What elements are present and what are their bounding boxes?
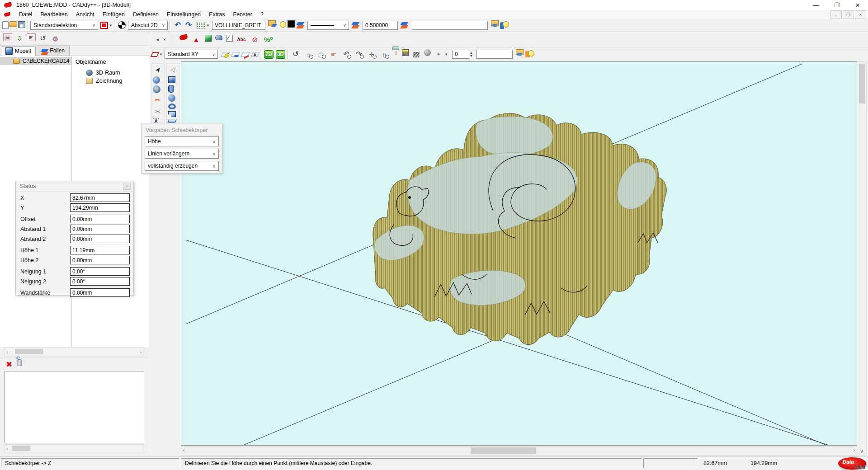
linetype-input[interactable] bbox=[212, 21, 265, 30]
layer-spinner-input[interactable] bbox=[452, 50, 469, 59]
zoom-window-icon[interactable]: ▢ bbox=[316, 49, 326, 59]
undo-icon[interactable]: ↶ bbox=[173, 20, 183, 30]
plane-e-icon[interactable]: E bbox=[250, 52, 259, 57]
view-3d-button[interactable]: 3D bbox=[276, 50, 285, 59]
minimize-button[interactable]: — bbox=[806, 0, 826, 10]
menu-ansicht[interactable]: Ansicht bbox=[72, 10, 99, 19]
scrollbar-thumb[interactable] bbox=[471, 447, 536, 454]
scroll-right-arrow[interactable]: › bbox=[140, 350, 142, 355]
scroll-right-arrow[interactable]: › bbox=[853, 447, 855, 453]
status-field-höhe-1[interactable] bbox=[70, 246, 130, 254]
drag-icon[interactable]: ☛ bbox=[27, 33, 36, 41]
tab-folien[interactable]: Folien bbox=[37, 46, 70, 56]
tree-node-root[interactable]: C:\BECKERCAD14 bbox=[0, 57, 71, 65]
star-icon[interactable]: ✶ bbox=[434, 49, 443, 59]
status-field-x[interactable] bbox=[70, 193, 130, 202]
output-horizontal-scrollbar[interactable]: ‹ bbox=[5, 444, 144, 453]
rotate-view-icon[interactable]: ↺ bbox=[291, 49, 301, 59]
tab-modell[interactable]: Modell bbox=[2, 46, 36, 56]
dropdown-arrow-icon[interactable]: ▾ bbox=[108, 23, 113, 28]
workplane-dropdown-arrow-icon[interactable]: ▾ bbox=[159, 52, 163, 56]
zoom-page-icon[interactable]: ▯ bbox=[379, 49, 389, 59]
zoom-solid-icon[interactable]: ⌂ bbox=[303, 49, 313, 59]
menu-einstellungen[interactable]: Einstellungen bbox=[163, 10, 205, 19]
mdi-close-button[interactable]: × bbox=[855, 10, 866, 19]
hide-text-icon[interactable]: Abc bbox=[236, 35, 246, 45]
hide-dimension-icon[interactable]: ⊘ bbox=[250, 35, 260, 45]
extra-input[interactable] bbox=[412, 21, 488, 30]
selection-dropdown[interactable]: Standardselektion∨ bbox=[30, 21, 98, 30]
extrude-swoosh-icon[interactable] bbox=[179, 33, 188, 40]
hatch-display-icon[interactable]: ▨ bbox=[411, 49, 421, 59]
status-field-y[interactable] bbox=[70, 203, 130, 212]
menu-definieren[interactable]: Definieren bbox=[129, 10, 163, 19]
coordinate-mode-dropdown[interactable]: Absolut 2D∨ bbox=[128, 21, 168, 30]
status-field-abstand-2[interactable] bbox=[70, 235, 130, 243]
layer-assign-icon[interactable] bbox=[351, 20, 361, 30]
render-roller-icon[interactable] bbox=[392, 47, 399, 50]
import-icon[interactable]: ⇩ bbox=[14, 33, 24, 43]
sphere-tool-icon[interactable] bbox=[153, 76, 160, 84]
status-panel-titlebar[interactable]: Status × bbox=[16, 181, 133, 192]
message-output-area[interactable] bbox=[5, 371, 144, 443]
rocket-icon[interactable]: ▲ bbox=[191, 35, 201, 45]
render-cube-icon[interactable] bbox=[402, 49, 409, 56]
status-field-wandstärke[interactable] bbox=[70, 288, 130, 297]
menu-einfgen[interactable]: Einfügen bbox=[99, 10, 129, 19]
canvas-horizontal-scrollbar[interactable]: ‹ › bbox=[181, 446, 857, 456]
cursor-arrow-icon[interactable]: ➤ bbox=[166, 63, 180, 77]
line-style-dropdown[interactable]: ∨ bbox=[307, 21, 349, 30]
scroll-left-arrow[interactable]: ‹ bbox=[6, 350, 8, 355]
menu-bearbeiten[interactable]: Bearbeiten bbox=[36, 10, 71, 19]
redo-icon[interactable]: ↷ bbox=[184, 20, 193, 30]
mdi-minimize-button[interactable]: – bbox=[830, 10, 842, 19]
scroll-down-arrow[interactable]: ∨ bbox=[860, 448, 863, 454]
mdi-restore-button[interactable]: ❐ bbox=[843, 10, 854, 19]
workplane-icon[interactable] bbox=[150, 52, 159, 57]
sketch-pencil-icon[interactable]: ✏ bbox=[153, 95, 163, 105]
sphere-icon[interactable] bbox=[168, 94, 175, 102]
recycle-icon[interactable] bbox=[17, 359, 22, 366]
scroll-left-arrow[interactable]: ‹ bbox=[6, 446, 8, 451]
percent-icon[interactable]: %⁰ bbox=[264, 35, 274, 45]
sweep-solid-icon[interactable] bbox=[215, 35, 222, 40]
new-document-icon[interactable] bbox=[2, 21, 9, 29]
scrollbar-thumb[interactable] bbox=[15, 349, 43, 354]
menu-?[interactable]: ? bbox=[256, 10, 268, 19]
plane-edit-icon[interactable] bbox=[241, 52, 250, 57]
object-item-zeichnung[interactable]: Zeichnung bbox=[75, 77, 149, 85]
status-field-höhe-2[interactable] bbox=[70, 256, 130, 264]
open-folder-icon[interactable] bbox=[9, 21, 17, 27]
absolute-target-icon[interactable] bbox=[118, 21, 126, 29]
canvas-vertical-scrollbar[interactable]: ∨ bbox=[858, 61, 867, 456]
plane-align-icon[interactable] bbox=[231, 52, 240, 57]
drawing-canvas[interactable] bbox=[181, 61, 857, 446]
scroll-left-arrow[interactable]: ‹ bbox=[183, 447, 185, 453]
layers-icon[interactable] bbox=[400, 20, 410, 30]
box-cut-icon[interactable] bbox=[168, 111, 176, 117]
popup-dropdown-höhe[interactable]: Höhe∨ bbox=[145, 136, 219, 146]
object-item-3d-raum[interactable]: 3D-Raum bbox=[75, 69, 149, 77]
restore-button[interactable]: ❐ bbox=[826, 0, 847, 10]
save-icon[interactable] bbox=[18, 21, 25, 28]
grid-dropdown-arrow-icon[interactable]: ▾ bbox=[206, 23, 210, 28]
status-field-neigung-1[interactable] bbox=[70, 267, 130, 276]
zoom-prev-icon[interactable]: ↶ bbox=[341, 49, 351, 59]
menu-datei[interactable]: Datei bbox=[15, 10, 36, 19]
layer-bulb-icon[interactable] bbox=[277, 20, 287, 30]
viewer-icon[interactable]: ▣ bbox=[3, 33, 12, 41]
cylinder-icon[interactable] bbox=[168, 85, 174, 93]
status-field-offset[interactable] bbox=[70, 215, 130, 223]
scrollbar-thumb[interactable] bbox=[12, 446, 30, 451]
solid-cube-icon[interactable] bbox=[205, 35, 212, 42]
tools-icon[interactable]: ✂ bbox=[153, 107, 163, 117]
pen-color-swatch[interactable] bbox=[288, 20, 295, 28]
spinner-arrows[interactable]: ▲▼ bbox=[470, 51, 473, 57]
selection-color-icon[interactable] bbox=[100, 22, 108, 29]
project-folder-icon[interactable] bbox=[491, 20, 499, 26]
menu-fenster[interactable]: Fenster bbox=[229, 10, 256, 19]
close-button[interactable]: ✕ bbox=[847, 0, 868, 10]
sphere-wrench-icon[interactable]: ⚙ bbox=[153, 85, 160, 93]
popup-dropdown-linien-verlängern[interactable]: Linien verlängern∨ bbox=[145, 149, 219, 159]
menu-extras[interactable]: Extras bbox=[205, 10, 229, 19]
